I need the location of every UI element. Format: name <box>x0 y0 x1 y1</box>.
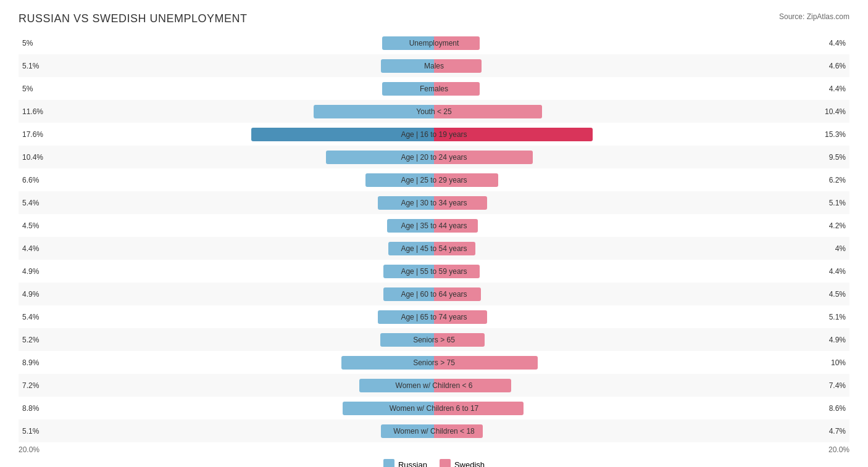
right-section: 10.4% <box>434 100 849 123</box>
legend: Russian Swedish <box>19 459 849 467</box>
row-label: Age | 45 to 54 years <box>401 244 467 253</box>
russian-value: 4.9% <box>22 290 39 299</box>
right-section: 5.1% <box>434 191 849 214</box>
bar-row: 8.8% Women w/ Children 6 to 17 8.6% <box>19 397 849 419</box>
bar-row: 5% Females 4.4% <box>19 77 849 100</box>
right-section: 7.4% <box>434 374 849 397</box>
swedish-value: 4.4% <box>829 85 846 93</box>
russian-legend-label: Russian <box>398 460 427 468</box>
right-section: 4.6% <box>434 54 849 77</box>
axis-labels: 20.0% 20.0% <box>19 445 849 454</box>
swedish-value: 5.1% <box>829 313 846 321</box>
axis-right-label: 20.0% <box>828 445 849 454</box>
swedish-value: 4.5% <box>829 290 846 299</box>
row-label: Age | 20 to 24 years <box>401 153 467 162</box>
russian-value: 4.5% <box>22 221 39 230</box>
bar-row: 8.9% Seniors > 75 10% <box>19 351 849 374</box>
right-section: 5.1% <box>434 305 849 328</box>
left-section: 10.4% <box>19 146 434 168</box>
russian-value: 4.4% <box>22 244 39 253</box>
left-section: 5% <box>19 31 434 54</box>
left-section: 5.4% <box>19 305 434 328</box>
row-label: Age | 30 to 34 years <box>401 199 467 207</box>
row-label: Females <box>420 85 448 93</box>
bar-row: 6.6% Age | 25 to 29 years 6.2% <box>19 168 849 191</box>
bar-row: 4.9% Age | 55 to 59 years 4.4% <box>19 260 849 283</box>
right-section: 4.4% <box>434 260 849 283</box>
left-section: 8.8% <box>19 397 434 419</box>
russian-value: 6.6% <box>22 176 39 184</box>
right-section: 4.7% <box>434 419 849 442</box>
left-section: 4.5% <box>19 214 434 237</box>
left-section: 4.9% <box>19 283 434 305</box>
right-section: 4.4% <box>434 31 849 54</box>
left-section: 6.6% <box>19 168 434 191</box>
left-section: 5.1% <box>19 54 434 77</box>
swedish-legend-box <box>440 459 451 467</box>
row-label: Males <box>424 62 444 70</box>
right-section: 6.2% <box>434 168 849 191</box>
chart-title: RUSSIAN VS SWEDISH UNEMPLOYMENT <box>19 12 248 25</box>
bar-row: 11.6% Youth < 25 10.4% <box>19 100 849 123</box>
row-label: Age | 35 to 44 years <box>401 221 467 230</box>
swedish-value: 7.4% <box>829 381 846 390</box>
russian-value: 5% <box>22 85 33 93</box>
row-label: Unemployment <box>409 39 459 48</box>
left-section: 17.6% <box>19 123 434 146</box>
right-section: 9.5% <box>434 146 849 168</box>
row-label: Age | 25 to 29 years <box>401 176 467 184</box>
bar-row: 5.1% Women w/ Children < 18 4.7% <box>19 419 849 442</box>
row-label: Women w/ Children 6 to 17 <box>390 404 479 413</box>
legend-russian: Russian <box>383 459 427 467</box>
left-section: 5.1% <box>19 419 434 442</box>
swedish-value: 10% <box>831 358 846 367</box>
russian-value: 5% <box>22 39 33 48</box>
right-section: 4.2% <box>434 214 849 237</box>
swedish-value: 9.5% <box>829 153 846 162</box>
swedish-value: 4.9% <box>829 336 846 344</box>
left-section: 7.2% <box>19 374 434 397</box>
swedish-legend-label: Swedish <box>454 460 485 468</box>
left-section: 11.6% <box>19 100 434 123</box>
right-section: 4% <box>434 237 849 260</box>
bar-row: 17.6% Age | 16 to 19 years 15.3% <box>19 123 849 146</box>
swedish-value: 6.2% <box>829 176 846 184</box>
bar-row: 5% Unemployment 4.4% <box>19 31 849 54</box>
right-section: 4.4% <box>434 77 849 100</box>
row-label: Age | 65 to 74 years <box>401 313 467 321</box>
row-label: Seniors > 75 <box>413 358 455 367</box>
swedish-value: 4.2% <box>829 221 846 230</box>
swedish-value: 4% <box>835 244 846 253</box>
russian-legend-box <box>383 459 394 467</box>
russian-value: 17.6% <box>22 130 43 139</box>
chart-rows-wrap: 5% Unemployment 4.4% 5.1% Males 4.6% 5% <box>19 31 849 442</box>
russian-value: 5.1% <box>22 427 39 436</box>
row-label: Seniors > 65 <box>413 336 455 344</box>
russian-value: 5.4% <box>22 313 39 321</box>
chart-header: RUSSIAN VS SWEDISH UNEMPLOYMENT Source: … <box>19 12 849 25</box>
left-section: 5% <box>19 77 434 100</box>
row-label: Youth < 25 <box>416 107 451 116</box>
swedish-value: 15.3% <box>825 130 846 139</box>
bar-row: 4.5% Age | 35 to 44 years 4.2% <box>19 214 849 237</box>
row-label: Age | 60 to 64 years <box>401 290 467 299</box>
russian-value: 8.9% <box>22 358 39 367</box>
russian-value: 11.6% <box>22 107 43 116</box>
left-section: 4.4% <box>19 237 434 260</box>
legend-swedish: Swedish <box>440 459 485 467</box>
right-section: 4.5% <box>434 283 849 305</box>
right-section: 8.6% <box>434 397 849 419</box>
axis-left-label: 20.0% <box>19 445 40 454</box>
left-section: 5.2% <box>19 328 434 351</box>
swedish-value: 4.7% <box>829 427 846 436</box>
left-section: 5.4% <box>19 191 434 214</box>
russian-value: 7.2% <box>22 381 39 390</box>
russian-value: 5.1% <box>22 62 39 70</box>
bar-row: 10.4% Age | 20 to 24 years 9.5% <box>19 146 849 168</box>
chart-container: RUSSIAN VS SWEDISH UNEMPLOYMENT Source: … <box>0 0 868 467</box>
left-section: 4.9% <box>19 260 434 283</box>
swedish-value: 8.6% <box>829 404 846 413</box>
swedish-value: 5.1% <box>829 199 846 207</box>
bar-row: 4.4% Age | 45 to 54 years 4% <box>19 237 849 260</box>
row-label: Age | 16 to 19 years <box>401 130 467 139</box>
